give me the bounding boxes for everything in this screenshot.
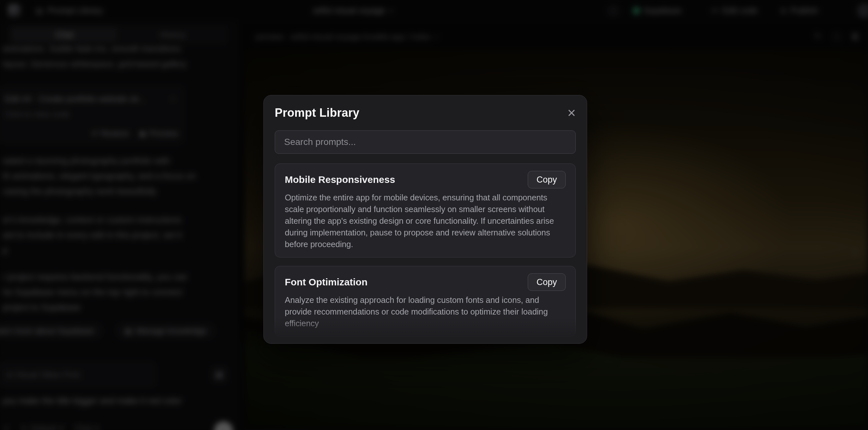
modal-title: Prompt Library <box>275 106 360 120</box>
prompt-title: Mobile Responsiveness <box>285 174 395 185</box>
prompt-card[interactable]: Mobile Responsiveness Copy Optimize the … <box>275 163 576 257</box>
prompt-description: Analyze the existing approach for loadin… <box>285 294 566 329</box>
search-input[interactable] <box>275 130 576 154</box>
copy-button[interactable]: Copy <box>528 273 566 291</box>
copy-button[interactable]: Copy <box>528 171 566 188</box>
prompt-library-modal: Prompt Library × Mobile Responsiveness C… <box>264 95 587 344</box>
prompt-card[interactable]: Font Optimization Copy Analyze the exist… <box>275 266 576 337</box>
prompt-title: Font Optimization <box>285 277 368 288</box>
app-window: ▤ Prompt Library artful visual voyage ▾ … <box>0 0 868 430</box>
close-icon[interactable]: × <box>567 106 576 119</box>
prompt-description: Optimize the entire app for mobile devic… <box>285 192 566 250</box>
prompt-list: Mobile Responsiveness Copy Optimize the … <box>275 163 576 343</box>
